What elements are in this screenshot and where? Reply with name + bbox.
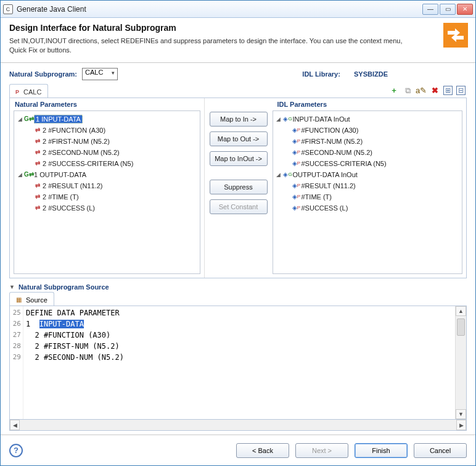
app-icon: C [3, 4, 13, 14]
tree-row[interactable]: ⇄2 #TIME (T) [15, 191, 199, 202]
back-button[interactable]: < Back [236, 443, 289, 458]
group-icon: G⇄ [24, 115, 34, 123]
tree-row[interactable]: ⇄2 #SECOND-NUM (N5.2) [15, 147, 199, 158]
tree-row[interactable]: ◢G⇄1 INPUT-DATA [15, 114, 199, 125]
window-title: Generate Java Client [17, 5, 422, 14]
map-to-inout-button[interactable]: Map to InOut -> [210, 151, 268, 166]
param-icon: ⇄ [33, 137, 43, 146]
expand-toggle-icon[interactable]: ◢ [274, 116, 283, 122]
expand-toggle-icon[interactable]: ◢ [274, 172, 283, 178]
subprogram-label: Natural Subprogram: [9, 70, 77, 78]
map-to-out-button[interactable]: Map to Out -> [210, 131, 268, 146]
tree-row[interactable]: ◢◈GINPUT-DATA InOut [274, 114, 461, 125]
tree-label: INPUT-DATA InOut [293, 115, 350, 123]
tree-label: #TIME (T) [302, 193, 332, 201]
wizard-footer: ? < Back Next > Finish Cancel [1, 435, 475, 465]
section-toggle-icon[interactable]: ▼ [9, 284, 15, 290]
param-icon: ◈P [292, 148, 302, 157]
wizard-header: Design Interface for Natural Subprogram … [1, 18, 475, 63]
help-button[interactable]: ? [9, 444, 23, 457]
tree-label: 1 INPUT-DATA [34, 115, 83, 123]
tree-row[interactable]: ◈P#SUCCESS (L) [274, 202, 461, 214]
subprogram-value: CALC [85, 69, 103, 76]
scroll-up-icon[interactable]: ▲ [456, 306, 466, 316]
wizard-icon [443, 23, 468, 48]
group-icon: ◈G [283, 170, 293, 179]
set-constant-button[interactable]: Set Constant [210, 199, 268, 214]
titlebar[interactable]: C Generate Java Client — ▭ ✕ [1, 1, 475, 18]
suppress-button[interactable]: Suppress [210, 180, 268, 194]
tree-label: 2 #FIRST-NUM (N5.2) [43, 138, 110, 145]
tree-label: 2 #TIME (T) [43, 193, 79, 201]
tree-row[interactable]: ⇄2 #FUNCTION (A30) [15, 125, 199, 136]
dialog-window: C Generate Java Client — ▭ ✕ Design Inte… [0, 0, 476, 466]
natural-parameters-title: Natural Parameters [10, 98, 204, 110]
tree-row[interactable]: ◈P#FIRST-NUM (N5.2) [274, 136, 461, 147]
horizontal-scrollbar[interactable]: ◀ ▶ [9, 420, 467, 431]
idl-parameters-pane: IDL Parameters ◢◈GINPUT-DATA InOut ◈P#FU… [273, 98, 467, 278]
collapse-all-icon[interactable]: ⊟ [456, 86, 466, 95]
expand-toggle-icon[interactable]: ◢ [15, 172, 24, 178]
cancel-button[interactable]: Cancel [414, 443, 467, 458]
param-icon: ◈P [292, 137, 302, 146]
idl-library-value: SYSBIZDE [354, 70, 388, 78]
param-icon: ⇄ [33, 148, 43, 157]
source-icon: ▦ [14, 296, 23, 304]
rename-icon[interactable]: a✎ [416, 86, 426, 96]
tree-row[interactable]: ⇄2 #RESULT (N11.2) [15, 180, 199, 191]
group-icon: G⇄ [24, 170, 34, 179]
tree-row[interactable]: ⇄2 #SUCCESS-CRITERIA (N5) [15, 158, 199, 169]
scroll-down-icon[interactable]: ▼ [456, 409, 466, 419]
tree-row[interactable]: ◈P#SUCCESS-CRITERIA (N5) [274, 158, 461, 169]
source-code[interactable]: DEFINE DATA PARAMETER1 INPUT-DATA 2 #FUN… [23, 306, 455, 419]
tree-row[interactable]: ◈P#TIME (T) [274, 191, 461, 202]
next-button[interactable]: Next > [295, 443, 348, 458]
natural-parameters-tree[interactable]: ◢G⇄1 INPUT-DATA ⇄2 #FUNCTION (A30) ⇄2 #F… [14, 110, 200, 274]
expand-all-icon[interactable]: ⊞ [443, 86, 453, 95]
param-icon: ◈P [292, 193, 302, 201]
finish-button[interactable]: Finish [355, 443, 408, 458]
scroll-left-icon[interactable]: ◀ [10, 420, 20, 430]
tree-label: #SUCCESS (L) [302, 204, 348, 212]
delete-icon[interactable]: ✖ [430, 86, 440, 96]
tree-row[interactable]: ⇄2 #FIRST-NUM (N5.2) [15, 136, 199, 147]
add-icon[interactable]: + [389, 86, 399, 96]
scroll-thumb[interactable] [457, 318, 465, 336]
tree-label: 2 #RESULT (N11.2) [43, 182, 102, 189]
tree-row[interactable]: ◈P#SECOND-NUM (N5.2) [274, 147, 461, 158]
param-icon: ◈P [292, 204, 302, 212]
param-icon: ⇄ [33, 159, 43, 168]
tree-label: #RESULT (N11.2) [302, 182, 356, 189]
tree-row[interactable]: ⇄2 #SUCCESS (L) [15, 202, 199, 214]
tree-label: #FIRST-NUM (N5.2) [302, 138, 363, 145]
maximize-button[interactable]: ▭ [440, 4, 456, 15]
tree-row[interactable]: ◢G⇄1 OUTPUT-DATA [15, 169, 199, 180]
param-icon: ⇄ [33, 126, 43, 135]
close-button[interactable]: ✕ [457, 4, 473, 15]
map-to-in-button[interactable]: Map to In -> [210, 112, 268, 127]
scroll-right-icon[interactable]: ▶ [456, 420, 466, 430]
tree-label: OUTPUT-DATA InOut [293, 171, 358, 178]
tab-calc[interactable]: P CALC [9, 84, 48, 98]
mapping-buttons: Map to In -> Map to Out -> Map to InOut … [205, 98, 273, 278]
tree-label: #SECOND-NUM (N5.2) [302, 149, 373, 156]
tab-source[interactable]: ▦ Source [9, 292, 54, 306]
line-number-gutter: 2526272829 [10, 306, 23, 419]
copy-icon[interactable]: ⧉ [403, 86, 412, 96]
tree-label: 2 #SUCCESS-CRITERIA (N5) [43, 160, 133, 167]
tree-row[interactable]: ◈P#RESULT (N11.2) [274, 180, 461, 191]
tree-label: 2 #SECOND-NUM (N5.2) [43, 149, 120, 156]
tree-label: #SUCCESS-CRITERIA (N5) [302, 160, 387, 167]
expand-toggle-icon[interactable]: ◢ [15, 116, 24, 122]
tree-row[interactable]: ◈P#FUNCTION (A30) [274, 125, 461, 136]
tree-label: 1 OUTPUT-DATA [34, 171, 86, 178]
idl-parameters-tree[interactable]: ◢◈GINPUT-DATA InOut ◈P#FUNCTION (A30) ◈P… [273, 110, 463, 274]
param-icon: ⇄ [33, 181, 43, 190]
subprogram-combo[interactable]: CALC [82, 68, 118, 80]
minimize-button[interactable]: — [422, 4, 438, 15]
tree-row[interactable]: ◢◈GOUTPUT-DATA InOut [274, 169, 461, 180]
natural-parameters-pane: Natural Parameters ◢G⇄1 INPUT-DATA ⇄2 #F… [10, 98, 205, 278]
program-icon: P [14, 88, 21, 96]
source-editor[interactable]: 2526272829 DEFINE DATA PARAMETER1 INPUT-… [9, 306, 467, 420]
vertical-scrollbar[interactable]: ▲▼ [455, 306, 466, 419]
